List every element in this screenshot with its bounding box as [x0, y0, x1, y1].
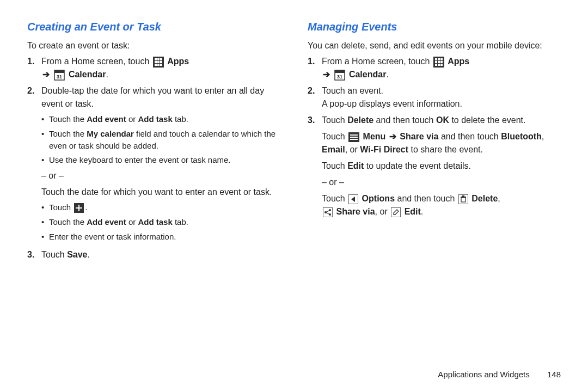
bullet: Touch the Add event or Add task tab.	[41, 216, 286, 228]
intro-left: To create an event or task:	[27, 41, 286, 51]
svg-rect-2	[157, 58, 160, 60]
section-title-right: Managing Events	[308, 21, 566, 33]
bullet: Touch the My calendar field and touch a …	[41, 128, 286, 152]
apps-icon	[153, 57, 164, 68]
svg-rect-19	[435, 58, 437, 60]
svg-rect-29	[335, 70, 345, 73]
apps-icon	[433, 57, 444, 68]
page-number: 148	[547, 370, 561, 379]
svg-rect-25	[435, 64, 437, 66]
svg-rect-34	[350, 134, 358, 136]
calendar-icon: 31	[54, 70, 65, 81]
text: Double-tap the date for which you want t…	[41, 86, 264, 108]
svg-rect-6	[160, 61, 162, 63]
svg-rect-26	[438, 64, 440, 66]
svg-rect-12	[56, 70, 57, 71]
intro-right: You can delete, send, and edit events on…	[308, 41, 566, 51]
svg-rect-24	[440, 61, 443, 63]
bullet: Enter the event or task information.	[41, 231, 286, 243]
section-title-left: Creating an Event or Task	[27, 21, 286, 33]
left-column: Creating an Event or Task To create an e…	[27, 16, 286, 265]
svg-rect-4	[155, 61, 157, 63]
text: From a Home screen, touch	[41, 57, 152, 66]
arrow-icon: ➔	[42, 68, 50, 81]
text: A pop-up displays event information.	[322, 99, 462, 108]
svg-rect-23	[438, 61, 440, 63]
apps-label: Apps	[448, 57, 469, 66]
svg-rect-21	[440, 58, 443, 60]
page-footer: Applications and Widgets 148	[438, 370, 561, 379]
bullet: Use the keyboard to enter the event or t…	[41, 154, 286, 166]
svg-rect-22	[435, 61, 437, 63]
svg-rect-40	[461, 198, 465, 202]
apps-label: Apps	[167, 57, 189, 66]
or-separator: – or –	[322, 176, 566, 189]
svg-line-48	[326, 212, 330, 215]
left-step-1: 1. From a Home screen, touch Apps ➔ 31 C…	[27, 55, 286, 81]
svg-rect-49	[391, 207, 401, 217]
right-step-1: 1. From a Home screen, touch Apps ➔ 31 C…	[308, 55, 566, 81]
svg-rect-7	[155, 64, 157, 66]
bullet: Touch the Add event or Add task tab.	[41, 113, 286, 125]
plus-icon	[74, 203, 84, 213]
svg-rect-5	[157, 61, 160, 63]
calendar-label: Calendar	[349, 70, 386, 79]
svg-rect-41	[461, 197, 466, 198]
svg-rect-11	[54, 70, 64, 73]
text: From a Home screen, touch	[322, 57, 432, 66]
trash-icon	[458, 194, 468, 204]
text: Touch	[41, 250, 67, 259]
svg-rect-13	[62, 70, 63, 71]
svg-marker-38	[351, 197, 355, 202]
or-separator: – or –	[41, 169, 286, 182]
left-step-2: 2. Double-tap the date for which you wan…	[27, 84, 286, 245]
svg-rect-27	[440, 64, 443, 66]
svg-rect-43	[323, 207, 333, 217]
calendar-icon: 31	[334, 70, 345, 81]
svg-rect-9	[160, 64, 162, 66]
share-icon	[323, 207, 333, 217]
svg-rect-31	[342, 70, 343, 71]
svg-rect-42	[462, 195, 464, 197]
svg-rect-20	[438, 58, 440, 60]
back-icon	[348, 194, 358, 204]
svg-rect-35	[350, 137, 358, 138]
right-column: Managing Events You can delete, send, an…	[308, 16, 566, 265]
arrow-icon: ➔	[323, 68, 330, 81]
text: Touch an event.	[322, 86, 383, 95]
left-step-3: 3. Touch Save.	[27, 248, 286, 261]
right-step-3: 3. Touch Delete and then touch OK to del…	[308, 114, 566, 218]
right-step-2: 2. Touch an event. A pop-up displays eve…	[308, 84, 566, 111]
edit-icon	[391, 207, 401, 217]
svg-rect-30	[336, 70, 338, 71]
svg-line-47	[326, 210, 330, 212]
menu-icon	[348, 132, 359, 142]
svg-marker-50	[394, 210, 399, 215]
svg-rect-36	[350, 139, 358, 140]
svg-rect-3	[160, 58, 162, 60]
svg-rect-17	[76, 207, 82, 209]
alt-text: Touch the date for which you want to ent…	[41, 186, 286, 199]
bullet: Touch .	[41, 201, 286, 213]
footer-section: Applications and Widgets	[438, 370, 529, 379]
svg-text:31: 31	[57, 74, 62, 79]
svg-rect-1	[155, 58, 157, 60]
calendar-label: Calendar	[69, 70, 106, 79]
svg-text:31: 31	[337, 74, 342, 79]
svg-rect-8	[157, 64, 160, 66]
